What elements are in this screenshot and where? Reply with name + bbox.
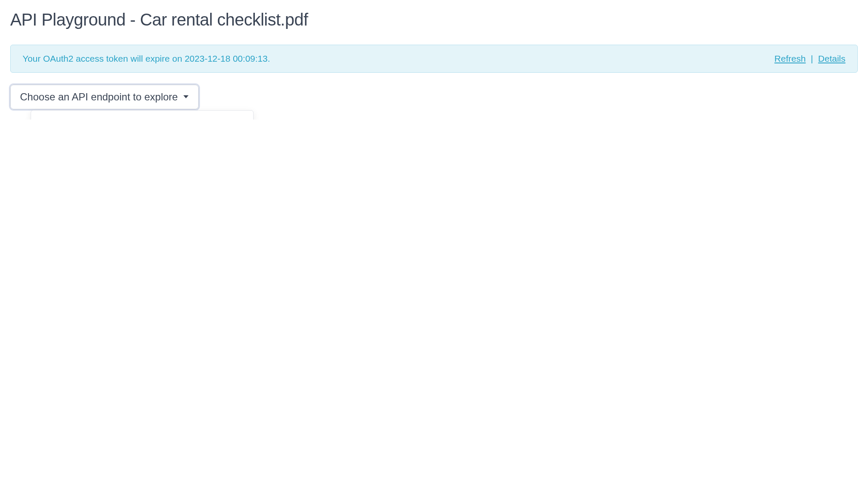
- alert-message: Your OAuth2 access token will expire on …: [23, 54, 270, 64]
- dropdown-group-form: Form Get Form Metadata Get Form Fields D…: [31, 111, 253, 120]
- refresh-link[interactable]: Refresh: [774, 54, 806, 63]
- group-header: Form: [31, 119, 253, 120]
- caret-down-icon: [183, 95, 189, 99]
- dropdown-button-label: Choose an API endpoint to explore: [20, 91, 178, 103]
- endpoint-dropdown: Choose an API endpoint to explore Form G…: [10, 85, 199, 109]
- alert-separator: |: [811, 54, 813, 63]
- details-link[interactable]: Details: [818, 54, 845, 63]
- endpoint-dropdown-button[interactable]: Choose an API endpoint to explore: [10, 85, 199, 109]
- page-title: API Playground - Car rental checklist.pd…: [10, 10, 858, 29]
- endpoint-dropdown-menu: Form Get Form Metadata Get Form Fields D…: [31, 110, 254, 120]
- token-expiry-alert: Your OAuth2 access token will expire on …: [10, 45, 858, 73]
- alert-actions: Refresh | Details: [774, 54, 845, 64]
